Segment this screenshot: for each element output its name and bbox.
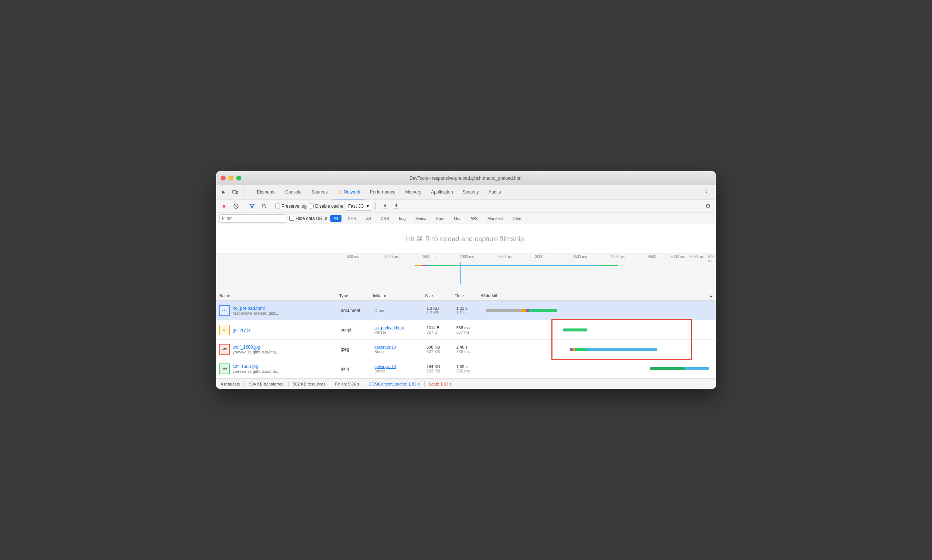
tab-sources[interactable]: Sources [307, 185, 332, 200]
filter-media-button[interactable]: Media [412, 215, 430, 222]
tab-divider-1 [245, 189, 245, 196]
tab-network[interactable]: ⚠ Network [333, 185, 364, 200]
header-time[interactable]: Time [455, 294, 481, 298]
filter-xhr-button[interactable]: XHR [345, 215, 360, 222]
svg-marker-7 [384, 204, 387, 207]
header-size[interactable]: Size [425, 294, 455, 298]
wf-bar-green-js [563, 328, 587, 331]
svg-point-4 [262, 204, 265, 207]
svg-rect-0 [233, 191, 236, 193]
svg-line-5 [265, 207, 266, 208]
table-row[interactable]: IMG cat_1600.jpg yoavweiss.github.io/ima… [216, 359, 716, 378]
tab-elements[interactable]: Elements [252, 185, 280, 200]
filter-doc-button[interactable]: Doc [451, 215, 465, 222]
row-name-cell: </> no_preload.html responsive-preload.g… [216, 301, 339, 320]
devtools-icons [219, 188, 248, 197]
header-name[interactable]: Name [216, 294, 339, 298]
close-button[interactable] [221, 175, 226, 180]
device-toggle-icon[interactable] [231, 188, 240, 197]
throttle-dropdown[interactable]: Fast 3G ▼ [346, 202, 373, 211]
tab-security[interactable]: Security [458, 185, 483, 200]
row-waterfall-cell [481, 320, 716, 339]
row-waterfall-cell [481, 359, 716, 378]
header-type[interactable]: Type [339, 294, 373, 298]
toolbar-separator-1 [244, 202, 244, 210]
tab-performance[interactable]: Performance [365, 185, 400, 200]
table-row[interactable]: IMG wolf_1600.jpg yoavweiss.github.io/im… [216, 340, 716, 359]
title-bar: DevTools - responsive-preload.glitch.me/… [216, 171, 716, 185]
preserve-log-checkbox[interactable]: Preserve log [275, 203, 306, 209]
wf-bar-green-wolf [575, 348, 587, 351]
filmstrip-message: Hit ⌘ R to reload and capture filmstrip. [406, 235, 526, 243]
ruler-mark-2500: 2500 ms [497, 255, 512, 259]
table-row[interactable]: </> no_preload.html responsive-preload.g… [216, 301, 716, 320]
record-button[interactable]: ● [219, 202, 229, 211]
row-time-cell: 568 ms 567 ms [455, 320, 481, 339]
status-divider-1 [244, 382, 245, 387]
header-initiator[interactable]: Initiator [373, 294, 425, 298]
tab-application[interactable]: Application [426, 185, 457, 200]
filename: wolf_1600.jpg [233, 345, 279, 350]
filter-manifest-button[interactable]: Manifest [484, 215, 506, 222]
tab-divider-right [697, 189, 697, 196]
toolbar-separator-3 [375, 202, 376, 210]
ruler-mark-2000: 2000 ms [460, 255, 474, 259]
wf-bar-green [529, 309, 557, 312]
row-name-cell: IMG cat_1600.jpg yoavweiss.github.io/ima… [216, 359, 339, 378]
tab-audits[interactable]: Audits [484, 185, 505, 200]
filter-js-button[interactable]: JS [363, 215, 374, 222]
more-tabs-button[interactable]: ⋮ [700, 188, 713, 197]
resources-size: 502 KB resources [293, 382, 326, 386]
filter-other-button[interactable]: Other [509, 215, 526, 222]
main-tabs: Elements Console Sources ⚠ Network Perfo… [252, 185, 694, 200]
svg-rect-8 [394, 208, 398, 208]
import-button[interactable] [380, 202, 390, 211]
row-waterfall-cell [481, 340, 716, 358]
timeline-bar-green2 [599, 265, 618, 266]
row-size-cell: 194 KB 193 KB [425, 359, 455, 378]
clear-button[interactable] [231, 202, 241, 211]
tab-console[interactable]: Console [281, 185, 306, 200]
filter-all-button[interactable]: All [330, 215, 341, 222]
ruler-mark-4000: 4000 ms [610, 255, 624, 259]
cursor-icon[interactable] [219, 188, 229, 197]
row-time-cell: 2.40 s 738 ms [455, 340, 481, 358]
filename: cat_1600.jpg [233, 364, 279, 369]
row-waterfall-cell [481, 301, 716, 320]
wf-bar-green-cat [650, 367, 686, 370]
ruler-mark-1500: 1500 ms [422, 255, 436, 259]
import-export-icons [380, 202, 401, 211]
filter-input[interactable] [219, 214, 286, 223]
filter-icon[interactable] [247, 202, 257, 211]
filter-img-button[interactable]: Img [395, 215, 409, 222]
traffic-lights [221, 175, 241, 180]
export-button[interactable] [391, 202, 401, 211]
finish-time: Finish: 5.86 s [335, 382, 359, 386]
file-icon-html: </> [219, 305, 230, 316]
tab-memory[interactable]: Memory [401, 185, 426, 200]
hide-data-urls-checkbox[interactable]: Hide data URLs [289, 216, 327, 221]
load-time: Load: 1.83 s [429, 382, 452, 386]
filename: gallery.js [233, 327, 250, 332]
filename: no_preload.html [233, 306, 279, 311]
svg-rect-1 [236, 191, 238, 194]
maximize-button[interactable] [236, 175, 241, 180]
header-waterfall[interactable]: Waterfall ▲ [481, 294, 716, 298]
ruler-mark-1000: 1000 ms [384, 255, 398, 259]
tab-bar: Elements Console Sources ⚠ Network Perfo… [216, 185, 716, 200]
disable-cache-checkbox[interactable]: Disable cache [309, 203, 343, 209]
filter-ws-button[interactable]: WS [468, 215, 481, 222]
status-divider-5 [424, 382, 424, 387]
filter-css-button[interactable]: CSS [377, 215, 392, 222]
wf-bar-gray [486, 309, 521, 312]
search-button[interactable] [259, 202, 269, 211]
filter-font-button[interactable]: Font [433, 215, 448, 222]
row-name-cell: JS gallery.js [216, 320, 339, 339]
table-row[interactable]: JS gallery.js script no_preload.html Par… [216, 320, 716, 340]
row-size-cell: 1014 B 827 B [425, 320, 455, 339]
settings-button[interactable]: ⚙ [703, 202, 713, 211]
requests-count: 4 requests [221, 382, 240, 386]
row-time-cell: 1.21 s 1.21 s [455, 301, 481, 320]
minimize-button[interactable] [229, 175, 233, 180]
domain: yoavweiss.github.io/ima... [233, 350, 279, 354]
